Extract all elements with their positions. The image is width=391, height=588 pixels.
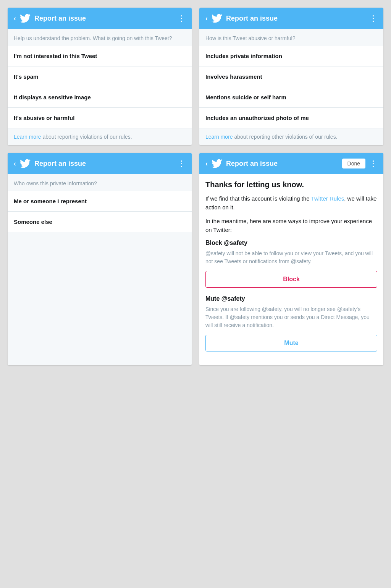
menu-item-unauthorized-photo[interactable]: Includes an unauthorized photo of me <box>199 108 383 128</box>
confirm-body: Thanks for letting us know. If we find t… <box>199 174 383 365</box>
twitter-bird-logo-2 <box>212 13 222 24</box>
block-desc: @safety will not be able to follow you o… <box>205 249 377 266</box>
twitter-bird-logo-4 <box>212 158 222 169</box>
panel-report-issue-3: ‹ Report an issue ⋮ Who owns this privat… <box>8 153 192 365</box>
mute-desc: Since you are following @safety, you wil… <box>205 305 377 329</box>
more-options-icon-4[interactable]: ⋮ <box>369 159 377 168</box>
more-options-icon-2[interactable]: ⋮ <box>369 14 377 23</box>
panel-header-title-4: Report an issue <box>226 160 338 168</box>
menu-item-me-or-represent[interactable]: Me or someone I represent <box>8 191 192 212</box>
panel-subtitle-1: Help us understand the problem. What is … <box>8 29 192 46</box>
panel-report-issue-2: ‹ Report an issue ⋮ How is this Tweet ab… <box>199 8 383 145</box>
more-options-icon-3[interactable]: ⋮ <box>178 159 186 168</box>
panel-header-title-1: Report an issue <box>34 15 174 23</box>
done-button[interactable]: Done <box>342 159 365 168</box>
twitter-rules-link[interactable]: Twitter Rules <box>311 195 344 202</box>
menu-item-suicide[interactable]: Mentions suicide or self harm <box>199 87 383 108</box>
twitter-bird-logo <box>20 13 31 24</box>
mute-button[interactable]: Mute <box>205 335 377 352</box>
panel-subtitle-2: How is this Tweet abusive or harmful? <box>199 29 383 46</box>
menu-item-not-interested[interactable]: I'm not interested in this Tweet <box>8 46 192 66</box>
block-title: Block @safety <box>205 240 377 246</box>
menu-item-private-info[interactable]: Includes private information <box>199 46 383 66</box>
panel-header-2: ‹ Report an issue ⋮ <box>199 8 383 29</box>
block-button[interactable]: Block <box>205 271 377 288</box>
panel-body-1: Help us understand the problem. What is … <box>8 29 192 145</box>
learn-more-2: Learn more about reporting other violati… <box>199 128 383 145</box>
menu-item-harassment[interactable]: Involves harassment <box>199 66 383 87</box>
panel-header-title-2: Report an issue <box>226 15 365 23</box>
panel-body-3: Who owns this private information? Me or… <box>8 174 192 365</box>
menu-item-sensitive-image[interactable]: It displays a sensitive image <box>8 87 192 108</box>
back-arrow-icon[interactable]: ‹ <box>14 15 16 22</box>
row-2: ‹ Report an issue ⋮ Who owns this privat… <box>8 153 383 365</box>
menu-item-abusive-harmful[interactable]: It's abusive or harmful <box>8 108 192 128</box>
panel-header-4: ‹ Report an issue Done ⋮ <box>199 153 383 174</box>
panel-header-title-3: Report an issue <box>34 160 174 168</box>
confirm-text-2: In the meantime, here are some ways to i… <box>205 217 377 234</box>
confirm-text-1-prefix: If we find that this account is violatin… <box>205 195 311 202</box>
confirm-text-1: If we find that this account is violatin… <box>205 194 377 212</box>
back-arrow-icon-4[interactable]: ‹ <box>205 160 208 167</box>
mute-title: Mute @safety <box>205 295 377 302</box>
learn-more-text-2: about reporting other violations of our … <box>233 134 338 140</box>
back-arrow-icon-2[interactable]: ‹ <box>205 15 208 22</box>
more-options-icon-1[interactable]: ⋮ <box>178 14 186 23</box>
learn-more-link-1[interactable]: Learn more <box>14 134 41 140</box>
panel-subtitle-3: Who owns this private information? <box>8 174 192 191</box>
panel-header-3: ‹ Report an issue ⋮ <box>8 153 192 174</box>
back-arrow-icon-3[interactable]: ‹ <box>14 160 16 167</box>
panel-report-issue-1: ‹ Report an issue ⋮ Help us understand t… <box>8 8 192 145</box>
panel-body-2: How is this Tweet abusive or harmful? In… <box>199 29 383 145</box>
learn-more-1: Learn more about reporting violations of… <box>8 128 192 145</box>
panel-report-issue-4: ‹ Report an issue Done ⋮ Thanks for lett… <box>199 153 383 365</box>
learn-more-text-1: about reporting violations of our rules. <box>41 134 132 140</box>
row-1: ‹ Report an issue ⋮ Help us understand t… <box>8 8 383 145</box>
twitter-bird-logo-3 <box>20 158 31 169</box>
menu-item-spam[interactable]: It's spam <box>8 66 192 87</box>
panel-header-1: ‹ Report an issue ⋮ <box>8 8 192 29</box>
learn-more-link-2[interactable]: Learn more <box>205 134 233 140</box>
menu-item-someone-else[interactable]: Someone else <box>8 212 192 232</box>
confirm-title: Thanks for letting us know. <box>205 180 377 189</box>
